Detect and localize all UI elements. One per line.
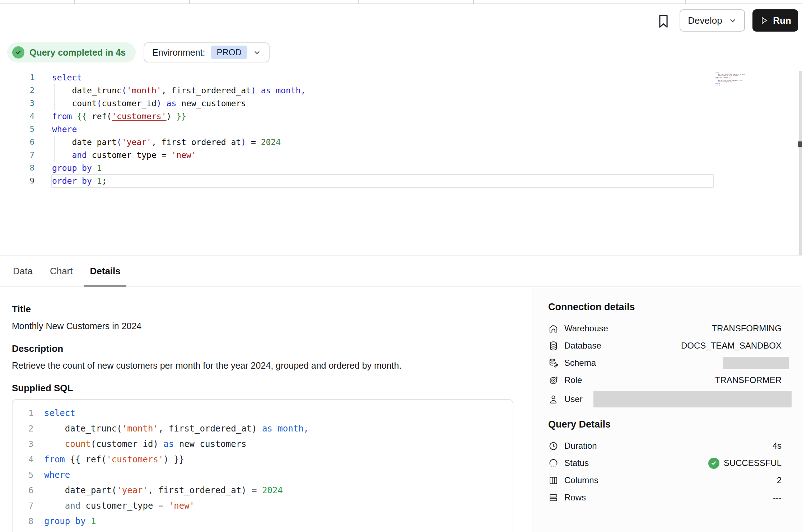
title-heading: Title	[12, 303, 532, 315]
row-value: ---	[773, 493, 782, 503]
play-icon	[759, 16, 769, 25]
line-number: 9	[0, 174, 34, 187]
row-value: TRANSFORMER	[715, 375, 782, 385]
editor-scrollbar-track[interactable]	[799, 71, 802, 255]
database-row: DatabaseDOCS_TEAM_SANDBOX	[548, 337, 782, 354]
row-value: TRANSFORMING	[712, 323, 782, 333]
description-heading: Description	[12, 342, 532, 355]
connection-details-heading: Connection details	[548, 302, 782, 313]
database-icon	[548, 341, 559, 351]
row-label: User	[564, 394, 583, 404]
query-status-pill: Query completed in 4s	[7, 42, 136, 62]
redacted-value	[723, 357, 789, 369]
line-number: 6	[0, 136, 34, 149]
code-line: 6 date_part('year', first_ordered_at) = …	[13, 483, 513, 498]
row-label: Warehouse	[564, 323, 608, 333]
line-number: 1	[0, 71, 34, 84]
line-number: 3	[0, 97, 34, 110]
line-number: 5	[0, 123, 34, 136]
line-number: 7	[0, 149, 34, 162]
check-circle-icon	[12, 46, 24, 59]
develop-menu-button[interactable]: Develop	[680, 9, 745, 32]
row-value: DOCS_TEAM_SANDBOX	[681, 341, 782, 351]
line-number: 5	[13, 467, 33, 483]
description-value: Retrieve the count of new customers per …	[12, 360, 532, 371]
code-line: 3 count(customer_id) as new_customers	[0, 97, 802, 110]
role-row: RoleTRANSFORMER	[548, 372, 782, 389]
row-label: Duration	[564, 441, 597, 451]
develop-label: Develop	[688, 15, 722, 26]
ide-screen: Develop Run Query completed in 4s Enviro…	[0, 0, 802, 532]
run-label: Run	[773, 15, 791, 26]
supplied-sql-heading: Supplied SQL	[12, 382, 532, 394]
code-line: 4from {{ ref('customers') }}	[13, 452, 513, 467]
title-value: Monthly New Customers in 2024	[12, 320, 532, 332]
row-value: 4s	[773, 441, 782, 451]
browser-tabbar-sliver	[0, 0, 802, 4]
line-number: 3	[13, 437, 33, 452]
code-line: 7 and customer_type = 'new'	[13, 498, 513, 514]
schema-row: Schema	[548, 354, 782, 372]
query-details-heading: Query Details	[548, 419, 782, 430]
bookmark-icon[interactable]	[656, 12, 672, 30]
rows-row: Rows---	[548, 489, 782, 506]
environment-select[interactable]: Environment: PROD	[144, 42, 270, 62]
line-number: 2	[0, 84, 34, 97]
tab-divider	[358, 0, 359, 4]
redacted-value	[593, 391, 792, 407]
supplied-sql-block: 1select2 date_trunc('month', first_order…	[12, 399, 513, 532]
status-row: StatusSUCCESSFUL	[548, 454, 782, 472]
columns-row: Columns2	[548, 472, 782, 489]
connection-rows: WarehouseTRANSFORMINGDatabaseDOCS_TEAM_S…	[548, 320, 782, 410]
columns-icon	[548, 475, 559, 486]
line-number: 4	[0, 110, 34, 123]
query-details-rows: Duration4sStatusSUCCESSFULColumns2Rows--…	[548, 437, 782, 506]
role-icon	[548, 375, 559, 386]
tab-divider	[189, 0, 190, 4]
line-number: 6	[13, 483, 33, 498]
success-check-icon	[708, 458, 719, 469]
connection-panel: Connection details WarehouseTRANSFORMING…	[532, 288, 802, 532]
rows-icon	[548, 493, 559, 503]
sql-editor[interactable]: 1select2 date_trunc('month', first_order…	[0, 71, 802, 255]
row-label: Rows	[564, 493, 586, 503]
chevron-down-icon	[729, 17, 737, 24]
editor-minimap[interactable]: select date_trunc('month', first_ordered…	[715, 72, 756, 93]
code-line: 2 date_trunc('month', first_ordered_at) …	[0, 84, 802, 97]
tab-divider	[473, 0, 474, 4]
tab-data[interactable]: Data	[7, 256, 38, 286]
line-number: 4	[13, 452, 33, 467]
code-line: 1select	[0, 71, 802, 84]
schema-icon	[548, 358, 559, 368]
details-pane: Title Monthly New Customers in 2024 Desc…	[0, 288, 532, 532]
code-line: 8group by 1	[0, 162, 802, 174]
line-number: 8	[0, 162, 34, 174]
editor-code-lines: 1select2 date_trunc('month', first_order…	[0, 71, 802, 187]
line-number: 1	[13, 406, 33, 421]
code-line: 2 date_trunc('month', first_ordered_at) …	[13, 421, 513, 437]
code-line: 5where	[13, 467, 513, 483]
run-button[interactable]: Run	[752, 9, 798, 32]
row-label: Columns	[564, 475, 598, 485]
environment-value-pill: PROD	[211, 46, 247, 59]
tab-chart[interactable]: Chart	[44, 256, 79, 286]
code-line: order by 1;	[715, 84, 756, 86]
tab-divider	[685, 0, 686, 4]
code-line: 3 count(customer_id) as new_customers	[13, 437, 513, 452]
user-icon	[548, 394, 559, 405]
row-label: Schema	[564, 358, 596, 368]
chevron-down-icon	[253, 48, 261, 56]
code-line: 4from {{ ref('customers') }}	[0, 110, 802, 123]
statusbar: Query completed in 4s Environment: PROD	[7, 42, 270, 62]
code-line: 7 and customer_type = 'new'	[0, 149, 802, 162]
code-line: 5where	[0, 123, 802, 136]
tab-details[interactable]: Details	[84, 256, 126, 286]
warehouse-icon	[548, 323, 559, 334]
code-line: 8group by 1	[13, 514, 513, 529]
environment-label: Environment:	[152, 47, 205, 58]
duration-row: Duration4s	[548, 437, 782, 454]
editor-scrollbar-thumb[interactable]	[798, 141, 802, 147]
row-value: SUCCESSFUL	[708, 458, 782, 469]
row-label: Role	[564, 375, 582, 385]
row-label: Database	[564, 341, 601, 351]
